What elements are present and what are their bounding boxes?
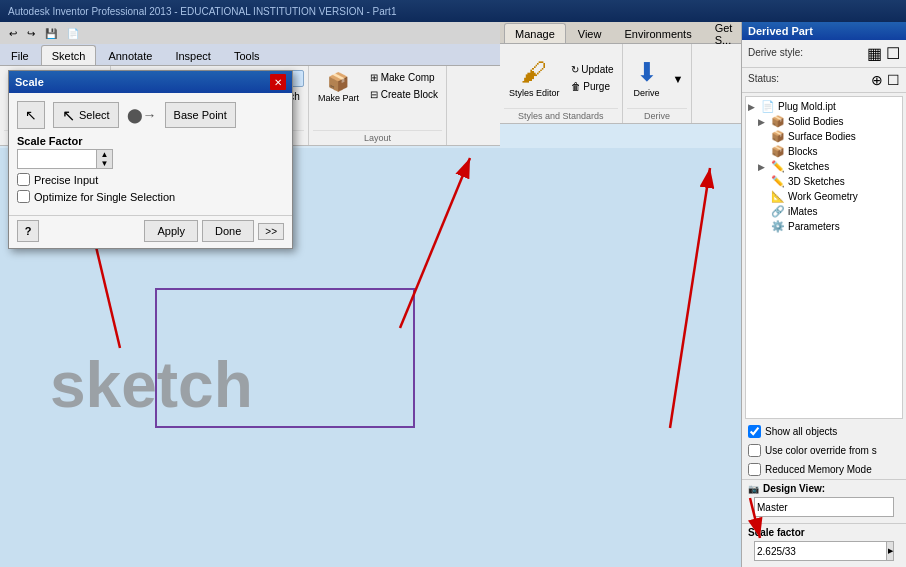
dialog-close-button[interactable]: ✕ — [270, 74, 286, 90]
reduced-memory-row: Reduced Memory Mode — [748, 463, 900, 476]
tree-item-3dsketches[interactable]: ✏️ 3D Sketches — [748, 174, 900, 189]
tree-item-surfacebodies[interactable]: 📦 Surface Bodies — [748, 129, 900, 144]
styles-group-label: Styles and Standards — [504, 108, 618, 123]
tab-tools[interactable]: Tools — [223, 45, 271, 65]
ribbon-group-layout: 📦 Make Part ⊞ Make Comp ⊟ Create Block L… — [309, 66, 447, 145]
expand-button[interactable]: >> — [258, 223, 284, 240]
optimize-checkbox[interactable] — [17, 190, 30, 203]
ribbon-btn-makepart[interactable]: 📦 Make Part — [313, 68, 364, 106]
reduced-memory-checkbox[interactable] — [748, 463, 761, 476]
derive-style-label: Derive style: — [748, 47, 803, 58]
apply-button[interactable]: Apply — [144, 220, 198, 242]
ribbon-btn-derive[interactable]: ⬇ Derive — [627, 54, 667, 101]
tree-item-plugmold[interactable]: ▶ 📄 Plug Mold.ipt — [748, 99, 900, 114]
done-button[interactable]: Done — [202, 220, 254, 242]
layout-group-label: Layout — [313, 130, 442, 145]
scale-factor-label: Scale Factor — [17, 135, 284, 147]
tab-annotate[interactable]: Annotate — [97, 45, 163, 65]
show-all-objects-row: Show all objects — [748, 425, 900, 438]
design-view-section: 📷 Design View: — [742, 479, 906, 523]
app-title: Autodesk Inventor Professional 2013 - ED… — [8, 6, 396, 17]
title-bar: Autodesk Inventor Professional 2013 - ED… — [0, 0, 906, 22]
quick-access-toolbar: ↩ ↪ 💾 📄 — [0, 22, 500, 44]
select-label: Select — [79, 109, 110, 121]
scale-factor-section: Scale factor ▶ — [742, 523, 906, 567]
reduced-memory-label: Reduced Memory Mode — [765, 464, 872, 475]
status-section: Status: ⊕ ☐ — [742, 68, 906, 93]
precise-input-label: Precise Input — [34, 174, 98, 186]
status-label: Status: — [748, 73, 779, 84]
tree-item-blocks[interactable]: 📦 Blocks — [748, 144, 900, 159]
tab-getstarted[interactable]: Get S... — [704, 23, 744, 43]
tab-view[interactable]: View — [567, 23, 613, 43]
design-view-label: Design View: — [763, 483, 825, 494]
help-button[interactable]: ? — [17, 220, 39, 242]
select-btn[interactable]: ↖ Select — [53, 102, 119, 128]
panel-title: Derived Part — [742, 22, 906, 40]
tab-environments[interactable]: Environments — [613, 23, 702, 43]
ribbon-btn-styles-editor[interactable]: 🖌 Styles Editor — [504, 54, 565, 101]
qa-redo[interactable]: ↪ — [24, 27, 38, 40]
tab-sketch[interactable]: Sketch — [41, 45, 97, 65]
scale-factor-panel-label: Scale factor — [748, 527, 900, 538]
color-override-label: Use color override from s — [765, 445, 877, 456]
scale-factor-input[interactable] — [17, 149, 97, 169]
tree-item-imates[interactable]: 🔗 iMates — [748, 204, 900, 219]
dialog-title: Scale — [15, 76, 44, 88]
ribbon-btn-createblock[interactable]: ⊟ Create Block — [366, 87, 442, 102]
dialog-title-bar: Scale ✕ — [9, 71, 292, 93]
model-tree: ▶ 📄 Plug Mold.ipt ▶ 📦 Solid Bodies 📦 Sur… — [745, 96, 903, 419]
qa-undo[interactable]: ↩ — [6, 27, 20, 40]
base-point-btn[interactable]: Base Point — [165, 102, 236, 128]
scale-factor-spinner[interactable]: ▶ — [887, 541, 894, 561]
ribbon-btn-update[interactable]: ↻ Update — [567, 62, 618, 77]
scale-dialog: Scale ✕ ↖ ↖ Select ⬤→ Base Point Scale F… — [8, 70, 293, 249]
base-point-label: Base Point — [174, 109, 227, 121]
precise-input-checkbox[interactable] — [17, 173, 30, 186]
show-all-objects-label: Show all objects — [765, 426, 837, 437]
optimize-label: Optimize for Single Selection — [34, 191, 175, 203]
scale-factor-panel-input[interactable] — [754, 541, 887, 561]
design-view-icon: 📷 — [748, 484, 759, 494]
color-override-row: Use color override from s — [748, 444, 900, 457]
tree-item-parameters[interactable]: ⚙️ Parameters — [748, 219, 900, 234]
ribbon-btn-makecomp[interactable]: ⊞ Make Comp — [366, 70, 442, 85]
derive-group-label: Derive — [627, 108, 688, 123]
color-override-checkbox[interactable] — [748, 444, 761, 457]
ribbon-btn-derive-options[interactable]: ▼ — [669, 71, 688, 87]
ribbon-btn-purge[interactable]: 🗑 Purge — [567, 79, 618, 94]
sketch-label: sketch — [50, 348, 253, 422]
tab-file[interactable]: File — [0, 45, 40, 65]
tree-item-workgeometry[interactable]: 📐 Work Geometry — [748, 189, 900, 204]
tab-inspect[interactable]: Inspect — [164, 45, 221, 65]
qa-new[interactable]: 📄 — [64, 27, 82, 40]
tree-item-solidbodies[interactable]: ▶ 📦 Solid Bodies — [748, 114, 900, 129]
ribbon-group-styles: 🖌 Styles Editor ↻ Update 🗑 Purge Styles … — [500, 44, 623, 123]
arrow-separator: ⬤→ — [127, 107, 157, 123]
ribbon-group-derive: ⬇ Derive ▼ Derive — [623, 44, 693, 123]
qa-save[interactable]: 💾 — [42, 27, 60, 40]
status-options[interactable]: ⊕ ☐ — [871, 72, 900, 88]
scale-spinner[interactable]: ▲▼ — [97, 149, 113, 169]
show-all-objects-checkbox[interactable] — [748, 425, 761, 438]
design-view-input[interactable] — [754, 497, 894, 517]
tool-pointer-btn[interactable]: ↖ — [17, 101, 45, 129]
derive-style-section: Derive style: ▦ ☐ — [742, 40, 906, 68]
right-panel: Derived Part Derive style: ▦ ☐ Status: ⊕… — [741, 22, 906, 567]
derive-style-options[interactable]: ▦ ☐ — [867, 44, 900, 63]
tab-manage[interactable]: Manage — [504, 23, 566, 43]
ribbon-tab-bar: File Sketch Annotate Inspect Tools — [0, 44, 500, 66]
tree-item-sketches[interactable]: ▶ ✏️ Sketches — [748, 159, 900, 174]
